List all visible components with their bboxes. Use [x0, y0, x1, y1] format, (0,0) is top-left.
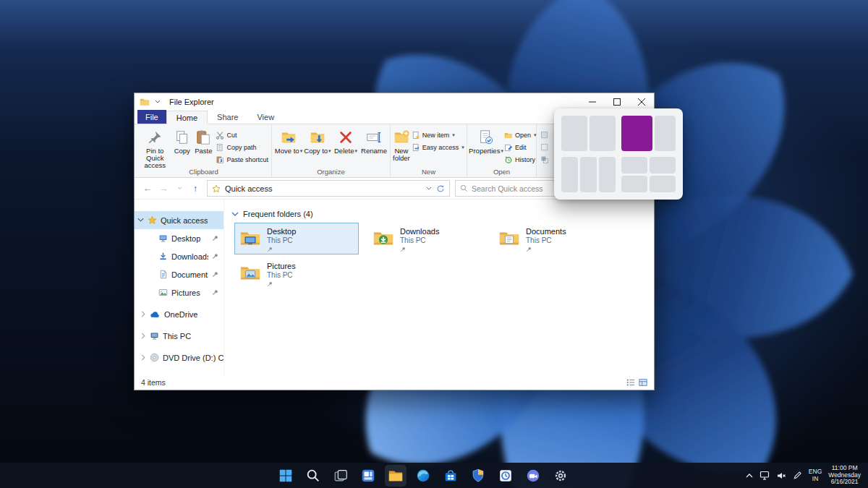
- tile-name: Pictures: [267, 262, 296, 270]
- address-box[interactable]: Quick access: [207, 180, 450, 197]
- copy-path-button[interactable]: Copy path: [214, 142, 270, 153]
- pin-to-quick-access-button[interactable]: Pin to Quick access: [138, 127, 171, 168]
- tab-file[interactable]: File: [137, 110, 166, 124]
- taskbar-center-icons: [275, 463, 571, 488]
- paste-shortcut-button[interactable]: Paste shortcut: [214, 154, 270, 166]
- language-indicator[interactable]: ENG IN: [809, 468, 822, 482]
- rename-label: Rename: [361, 147, 387, 155]
- copy-button[interactable]: Copy: [171, 127, 192, 168]
- quick-access-toolbar-dropdown-icon[interactable]: [155, 100, 161, 104]
- close-icon: [638, 98, 645, 106]
- folder-tile-pictures[interactable]: Pictures This PC: [234, 257, 359, 289]
- tab-view[interactable]: View: [247, 110, 284, 124]
- hidden-icons-button[interactable]: [746, 474, 753, 478]
- collapse-chevron-icon[interactable]: [137, 218, 144, 223]
- task-view-button[interactable]: [330, 465, 352, 487]
- expand-chevron-icon[interactable]: [140, 354, 146, 361]
- sidebar-item-dvd-drive[interactable]: DVD Drive (D:) CC: [135, 348, 224, 367]
- select-none-button[interactable]: [539, 142, 550, 153]
- details-view-button[interactable]: [626, 378, 635, 387]
- open-button[interactable]: Open ▾: [503, 129, 538, 141]
- snap-layout-three-columns[interactable]: [561, 157, 616, 192]
- folder-tile-documents[interactable]: Documents This PC: [493, 223, 618, 254]
- snap-zone-left[interactable]: [561, 157, 578, 192]
- sidebar-item-quick-access[interactable]: Quick access: [135, 211, 224, 229]
- cut-button[interactable]: Cut: [214, 129, 270, 141]
- snap-zone-bottom-right[interactable]: [650, 176, 676, 192]
- snap-zone-bottom-left[interactable]: [621, 176, 647, 192]
- delete-button[interactable]: Delete▾: [332, 127, 359, 168]
- snap-zone-center[interactable]: [580, 157, 597, 192]
- edge-button[interactable]: [412, 465, 434, 487]
- search-icon: [305, 468, 321, 484]
- address-dropdown-icon[interactable]: [426, 187, 432, 191]
- ribbon-group-new: New folder New item ▾ Easy access ▾ New: [391, 124, 467, 177]
- search-button[interactable]: [302, 465, 324, 487]
- widgets-button[interactable]: [357, 465, 379, 487]
- sidebar-item-downloads[interactable]: Downloads: [135, 247, 224, 265]
- window-folder-icon: [140, 97, 150, 107]
- chat-button[interactable]: [522, 465, 544, 487]
- snap-layout-four-quadrants[interactable]: [621, 157, 676, 192]
- new-item-button[interactable]: New item ▾: [410, 129, 466, 141]
- snap-zone-left-hovered[interactable]: [621, 116, 652, 151]
- copy-to-button[interactable]: Copy to▾: [303, 127, 332, 168]
- forward-button[interactable]: →: [156, 181, 171, 196]
- search-input[interactable]: [472, 184, 557, 193]
- clock[interactable]: 11:00 PM Wednesday 6/16/2021: [828, 465, 864, 486]
- tile-name: Documents: [526, 227, 566, 236]
- settings-button[interactable]: [550, 465, 571, 487]
- delete-label: Delete: [334, 147, 354, 155]
- file-explorer-button[interactable]: [385, 465, 407, 487]
- to-do-button[interactable]: [495, 465, 516, 487]
- move-to-button[interactable]: Move to▾: [274, 127, 303, 168]
- sidebar-item-desktop[interactable]: Desktop: [135, 229, 224, 247]
- easy-access-button[interactable]: Easy access ▾: [410, 142, 466, 153]
- select-all-button[interactable]: [539, 129, 550, 141]
- sidebar-item-pictures[interactable]: Pictures: [135, 283, 224, 301]
- folder-tile-downloads[interactable]: Downloads This PC: [367, 223, 492, 254]
- dropdown-icon: ▾: [354, 147, 357, 155]
- pen-tray-button[interactable]: [793, 471, 802, 480]
- snap-zone-right[interactable]: [590, 116, 616, 151]
- history-button[interactable]: History: [503, 154, 538, 166]
- display-tray-button[interactable]: [760, 471, 770, 480]
- snap-zone-left[interactable]: [561, 116, 587, 151]
- volume-muted-button[interactable]: [776, 471, 786, 481]
- store-button[interactable]: [440, 465, 461, 487]
- expand-chevron-icon[interactable]: [140, 311, 146, 317]
- defender-button[interactable]: [467, 465, 489, 487]
- back-button[interactable]: ←: [140, 181, 155, 196]
- region-code: IN: [812, 476, 819, 483]
- sidebar-item-documents[interactable]: Documents: [135, 265, 224, 283]
- invert-selection-button[interactable]: [539, 154, 550, 166]
- properties-button[interactable]: Properties▾: [469, 127, 503, 168]
- new-folder-button[interactable]: New folder: [393, 127, 410, 168]
- expand-chevron-icon[interactable]: [140, 333, 146, 339]
- snap-zone-top-right[interactable]: [650, 157, 676, 174]
- thumbnail-view-button[interactable]: [639, 378, 647, 387]
- section-collapse-icon[interactable]: [231, 212, 239, 217]
- main-area: Quick access Desktop Downloads Documents: [135, 200, 654, 375]
- snap-layout-two-columns[interactable]: [561, 116, 616, 151]
- paste-button[interactable]: Paste: [192, 127, 214, 168]
- refresh-icon[interactable]: [436, 184, 445, 193]
- up-button[interactable]: ↑: [188, 181, 203, 196]
- sidebar-item-this-pc[interactable]: This PC: [135, 327, 224, 345]
- tab-share[interactable]: Share: [208, 110, 247, 124]
- frequent-folders-header[interactable]: Frequent folders (4): [231, 210, 654, 218]
- recent-locations-dropdown[interactable]: [172, 181, 187, 196]
- snap-zone-right[interactable]: [655, 116, 676, 151]
- snap-zone-right[interactable]: [599, 157, 616, 192]
- start-button[interactable]: [275, 465, 297, 487]
- rename-button[interactable]: Rename: [359, 127, 388, 168]
- snap-layout-two-columns-wide-left[interactable]: [621, 116, 676, 151]
- snap-zone-top-left[interactable]: [621, 157, 647, 174]
- folder-tile-desktop[interactable]: Desktop This PC: [234, 223, 359, 254]
- sidebar-label: Documents: [171, 270, 208, 279]
- edit-button[interactable]: Edit: [503, 142, 538, 153]
- easy-access-label: Easy access: [422, 144, 459, 151]
- sidebar-item-onedrive[interactable]: OneDrive: [135, 305, 224, 323]
- select-none-icon: [540, 143, 549, 152]
- tab-home[interactable]: Home: [166, 111, 208, 124]
